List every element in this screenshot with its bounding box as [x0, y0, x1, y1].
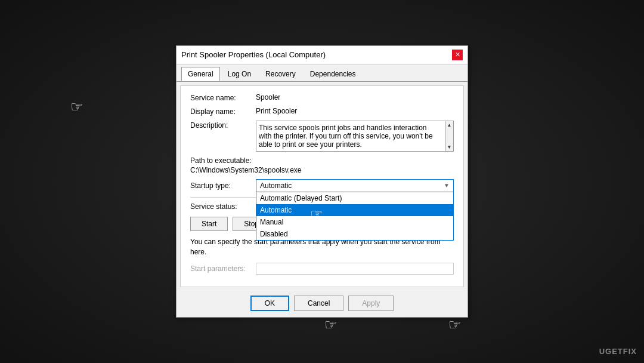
description-box: This service spools print jobs and handl…	[256, 121, 454, 152]
ok-button[interactable]: OK	[250, 296, 289, 311]
service-name-value: Spooler	[256, 93, 280, 101]
option-automatic-delayed[interactable]: Automatic (Delayed Start)	[256, 192, 453, 204]
cancel-button[interactable]: Cancel	[294, 296, 343, 311]
path-label: Path to executable:	[190, 156, 454, 165]
start-params-row: Start parameters:	[190, 263, 454, 275]
description-scrollbar[interactable]: ▲ ▼	[445, 121, 453, 151]
apply-button[interactable]: Apply	[348, 296, 394, 311]
description-text: This service spools print jobs and handl…	[259, 124, 451, 149]
watermark: UGETFIX	[599, 347, 637, 356]
tab-general[interactable]: General	[181, 67, 220, 81]
display-name-row: Display name: Print Spooler	[190, 107, 454, 116]
startup-dropdown-open[interactable]: Automatic (Delayed Start) Automatic Manu…	[256, 192, 454, 241]
tab-bar: General Log On Recovery Dependencies	[177, 64, 467, 82]
start-params-input[interactable]	[256, 263, 454, 275]
display-name-value: Print Spooler	[256, 107, 297, 115]
start-button[interactable]: Start	[190, 217, 228, 231]
display-name-label: Display name:	[190, 107, 256, 116]
description-label: Description:	[190, 121, 256, 130]
service-status-label: Service status:	[190, 202, 256, 211]
startup-selected-value: Automatic	[260, 182, 444, 190]
option-manual[interactable]: Manual	[256, 216, 453, 228]
dialog-footer: OK Cancel Apply	[177, 291, 467, 317]
startup-label: Startup type:	[190, 182, 256, 190]
scroll-down-icon[interactable]: ▼	[446, 143, 453, 151]
title-bar: Print Spooler Properties (Local Computer…	[177, 46, 467, 64]
startup-dropdown-container: Automatic ▼ Automatic (Delayed Start) Au…	[256, 179, 454, 192]
dialog-title: Print Spooler Properties (Local Computer…	[181, 50, 326, 59]
content-area: Service name: Spooler Display name: Prin…	[180, 85, 464, 288]
description-row: Description: This service spools print j…	[190, 121, 454, 152]
option-automatic[interactable]: Automatic	[256, 204, 453, 216]
path-section: Path to executable: C:\Windows\System32\…	[190, 156, 454, 174]
path-value: C:\Windows\System32\spoolsv.exe	[190, 166, 454, 174]
service-name-row: Service name: Spooler	[190, 93, 454, 102]
tab-dependencies[interactable]: Dependencies	[304, 67, 363, 81]
tab-recovery[interactable]: Recovery	[259, 67, 302, 81]
scroll-up-icon[interactable]: ▲	[446, 121, 453, 129]
service-name-label: Service name:	[190, 93, 256, 102]
dropdown-chevron-icon: ▼	[444, 182, 450, 189]
startup-row: Startup type: Automatic ▼ Automatic (Del…	[190, 179, 454, 192]
option-disabled[interactable]: Disabled	[256, 228, 453, 240]
dialog: Print Spooler Properties (Local Computer…	[176, 45, 468, 318]
start-params-label: Start parameters:	[190, 264, 256, 273]
close-button[interactable]: ✕	[452, 50, 463, 60]
tab-logon[interactable]: Log On	[221, 67, 258, 81]
